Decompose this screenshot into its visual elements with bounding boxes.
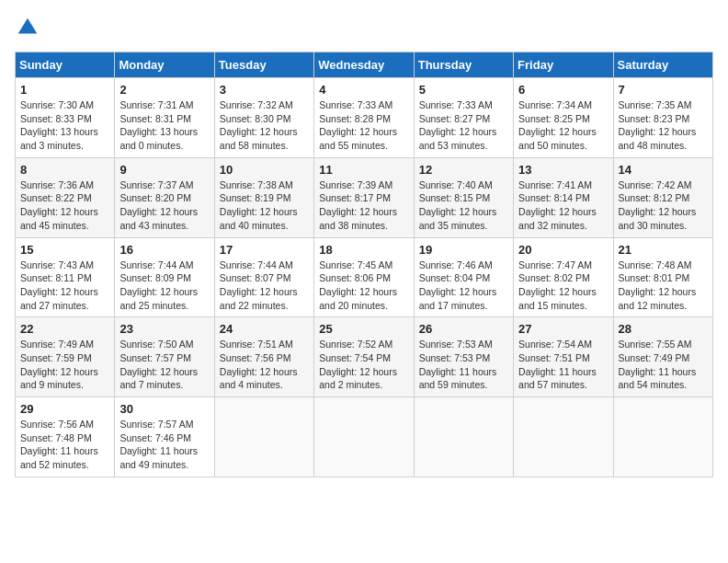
- calendar-week-4: 22 Sunrise: 7:49 AM Sunset: 7:59 PM Dayl…: [16, 317, 713, 397]
- day-number: 2: [119, 83, 209, 97]
- calendar-cell: 10 Sunrise: 7:38 AM Sunset: 8:19 PM Dayl…: [214, 157, 313, 237]
- day-number: 18: [319, 243, 408, 257]
- day-number: 14: [619, 163, 708, 177]
- calendar-cell: 15 Sunrise: 7:43 AM Sunset: 8:11 PM Dayl…: [16, 237, 115, 317]
- day-header-wednesday: Wednesday: [314, 52, 414, 78]
- day-info: Sunrise: 7:47 AM Sunset: 8:02 PM Dayligh…: [518, 259, 608, 313]
- calendar-cell: 11 Sunrise: 7:39 AM Sunset: 8:17 PM Dayl…: [314, 157, 414, 237]
- day-info: Sunrise: 7:44 AM Sunset: 8:09 PM Dayligh…: [119, 259, 209, 313]
- day-number: 25: [319, 322, 408, 336]
- day-number: 11: [319, 163, 408, 177]
- calendar-week-1: 1 Sunrise: 7:30 AM Sunset: 8:33 PM Dayli…: [16, 78, 713, 158]
- day-number: 4: [319, 83, 408, 97]
- day-number: 10: [220, 163, 309, 177]
- days-of-week-row: SundayMondayTuesdayWednesdayThursdayFrid…: [16, 52, 713, 78]
- calendar-cell: 23 Sunrise: 7:50 AM Sunset: 7:57 PM Dayl…: [115, 317, 214, 397]
- calendar-cell: 26 Sunrise: 7:53 AM Sunset: 7:53 PM Dayl…: [414, 317, 513, 397]
- day-number: 8: [20, 163, 109, 177]
- calendar-cell: 7 Sunrise: 7:35 AM Sunset: 8:23 PM Dayli…: [613, 78, 712, 158]
- calendar-cell: 27 Sunrise: 7:54 AM Sunset: 7:51 PM Dayl…: [514, 317, 613, 397]
- calendar-header: SundayMondayTuesdayWednesdayThursdayFrid…: [16, 52, 713, 78]
- day-info: Sunrise: 7:35 AM Sunset: 8:23 PM Dayligh…: [619, 98, 708, 153]
- day-number: 22: [20, 322, 109, 336]
- day-number: 12: [419, 163, 508, 177]
- calendar-cell: 24 Sunrise: 7:51 AM Sunset: 7:56 PM Dayl…: [214, 317, 313, 397]
- day-info: Sunrise: 7:42 AM Sunset: 8:12 PM Dayligh…: [619, 178, 708, 233]
- day-header-tuesday: Tuesday: [214, 52, 313, 78]
- day-info: Sunrise: 7:38 AM Sunset: 8:19 PM Dayligh…: [220, 178, 309, 233]
- calendar-body: 1 Sunrise: 7:30 AM Sunset: 8:33 PM Dayli…: [16, 78, 713, 477]
- day-number: 20: [518, 243, 608, 257]
- day-info: Sunrise: 7:44 AM Sunset: 8:07 PM Dayligh…: [220, 259, 309, 313]
- logo-icon: [15, 15, 40, 40]
- day-info: Sunrise: 7:33 AM Sunset: 8:28 PM Dayligh…: [319, 98, 408, 153]
- day-number: 16: [119, 243, 209, 257]
- day-info: Sunrise: 7:54 AM Sunset: 7:51 PM Dayligh…: [518, 338, 608, 392]
- day-number: 6: [518, 83, 608, 97]
- day-info: Sunrise: 7:45 AM Sunset: 8:06 PM Dayligh…: [319, 259, 408, 313]
- day-number: 26: [419, 322, 508, 336]
- day-info: Sunrise: 7:53 AM Sunset: 7:53 PM Dayligh…: [419, 338, 508, 392]
- calendar-cell: 14 Sunrise: 7:42 AM Sunset: 8:12 PM Dayl…: [613, 157, 712, 237]
- calendar-cell: 30 Sunrise: 7:57 AM Sunset: 7:46 PM Dayl…: [115, 397, 214, 477]
- calendar-cell: 1 Sunrise: 7:30 AM Sunset: 8:33 PM Dayli…: [16, 78, 115, 158]
- day-header-monday: Monday: [115, 52, 214, 78]
- calendar-cell: [514, 397, 613, 477]
- day-info: Sunrise: 7:30 AM Sunset: 8:33 PM Dayligh…: [20, 98, 109, 153]
- calendar-cell: 19 Sunrise: 7:46 AM Sunset: 8:04 PM Dayl…: [414, 237, 513, 317]
- day-header-saturday: Saturday: [613, 52, 712, 78]
- calendar-cell: 12 Sunrise: 7:40 AM Sunset: 8:15 PM Dayl…: [414, 157, 513, 237]
- day-number: 29: [20, 402, 109, 416]
- day-info: Sunrise: 7:56 AM Sunset: 7:48 PM Dayligh…: [20, 418, 109, 472]
- calendar-week-3: 15 Sunrise: 7:43 AM Sunset: 8:11 PM Dayl…: [16, 237, 713, 317]
- calendar-cell: 9 Sunrise: 7:37 AM Sunset: 8:20 PM Dayli…: [115, 157, 214, 237]
- calendar-cell: 4 Sunrise: 7:33 AM Sunset: 8:28 PM Dayli…: [314, 78, 414, 158]
- calendar-cell: 6 Sunrise: 7:34 AM Sunset: 8:25 PM Dayli…: [514, 78, 613, 158]
- calendar-cell: 5 Sunrise: 7:33 AM Sunset: 8:27 PM Dayli…: [414, 78, 513, 158]
- day-number: 3: [220, 83, 309, 97]
- day-info: Sunrise: 7:37 AM Sunset: 8:20 PM Dayligh…: [119, 178, 209, 233]
- day-number: 1: [20, 83, 109, 97]
- day-info: Sunrise: 7:46 AM Sunset: 8:04 PM Dayligh…: [419, 259, 508, 313]
- day-info: Sunrise: 7:32 AM Sunset: 8:30 PM Dayligh…: [220, 98, 309, 153]
- day-number: 15: [20, 243, 109, 257]
- calendar-cell: [613, 397, 712, 477]
- day-info: Sunrise: 7:36 AM Sunset: 8:22 PM Dayligh…: [20, 178, 109, 233]
- day-header-sunday: Sunday: [16, 52, 115, 78]
- page-header: [15, 15, 713, 40]
- day-number: 5: [419, 83, 508, 97]
- day-number: 27: [518, 322, 608, 336]
- day-number: 13: [518, 163, 608, 177]
- calendar-cell: [414, 397, 513, 477]
- day-number: 9: [119, 163, 209, 177]
- calendar-cell: 8 Sunrise: 7:36 AM Sunset: 8:22 PM Dayli…: [16, 157, 115, 237]
- day-info: Sunrise: 7:57 AM Sunset: 7:46 PM Dayligh…: [119, 418, 209, 472]
- day-number: 23: [119, 322, 209, 336]
- calendar-cell: 25 Sunrise: 7:52 AM Sunset: 7:54 PM Dayl…: [314, 317, 414, 397]
- day-number: 28: [619, 322, 708, 336]
- day-number: 21: [619, 243, 708, 257]
- day-header-thursday: Thursday: [414, 52, 513, 78]
- day-number: 24: [220, 322, 309, 336]
- day-info: Sunrise: 7:43 AM Sunset: 8:11 PM Dayligh…: [20, 259, 109, 313]
- calendar-cell: 2 Sunrise: 7:31 AM Sunset: 8:31 PM Dayli…: [115, 78, 214, 158]
- day-info: Sunrise: 7:33 AM Sunset: 8:27 PM Dayligh…: [419, 98, 508, 153]
- calendar-cell: 13 Sunrise: 7:41 AM Sunset: 8:14 PM Dayl…: [514, 157, 613, 237]
- calendar-cell: 20 Sunrise: 7:47 AM Sunset: 8:02 PM Dayl…: [514, 237, 613, 317]
- day-info: Sunrise: 7:51 AM Sunset: 7:56 PM Dayligh…: [220, 338, 309, 392]
- day-info: Sunrise: 7:55 AM Sunset: 7:49 PM Dayligh…: [619, 338, 708, 392]
- day-info: Sunrise: 7:49 AM Sunset: 7:59 PM Dayligh…: [20, 338, 109, 392]
- day-info: Sunrise: 7:31 AM Sunset: 8:31 PM Dayligh…: [119, 98, 209, 153]
- calendar-cell: 17 Sunrise: 7:44 AM Sunset: 8:07 PM Dayl…: [214, 237, 313, 317]
- day-header-friday: Friday: [514, 52, 613, 78]
- calendar-week-2: 8 Sunrise: 7:36 AM Sunset: 8:22 PM Dayli…: [16, 157, 713, 237]
- logo: [15, 15, 44, 40]
- calendar-table: SundayMondayTuesdayWednesdayThursdayFrid…: [15, 52, 713, 477]
- calendar-cell: 29 Sunrise: 7:56 AM Sunset: 7:48 PM Dayl…: [16, 397, 115, 477]
- calendar-cell: [214, 397, 313, 477]
- day-info: Sunrise: 7:39 AM Sunset: 8:17 PM Dayligh…: [319, 178, 408, 233]
- day-info: Sunrise: 7:52 AM Sunset: 7:54 PM Dayligh…: [319, 338, 408, 392]
- calendar-cell: 16 Sunrise: 7:44 AM Sunset: 8:09 PM Dayl…: [115, 237, 214, 317]
- day-info: Sunrise: 7:34 AM Sunset: 8:25 PM Dayligh…: [518, 98, 608, 153]
- svg-marker-0: [18, 18, 38, 34]
